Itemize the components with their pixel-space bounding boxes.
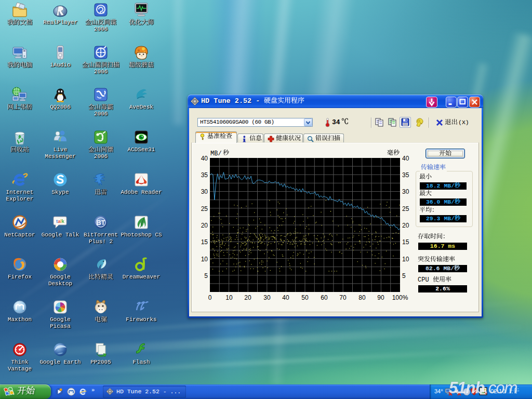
svg-text:talk: talk	[56, 219, 65, 224]
svg-text:BT: BT	[97, 219, 105, 227]
